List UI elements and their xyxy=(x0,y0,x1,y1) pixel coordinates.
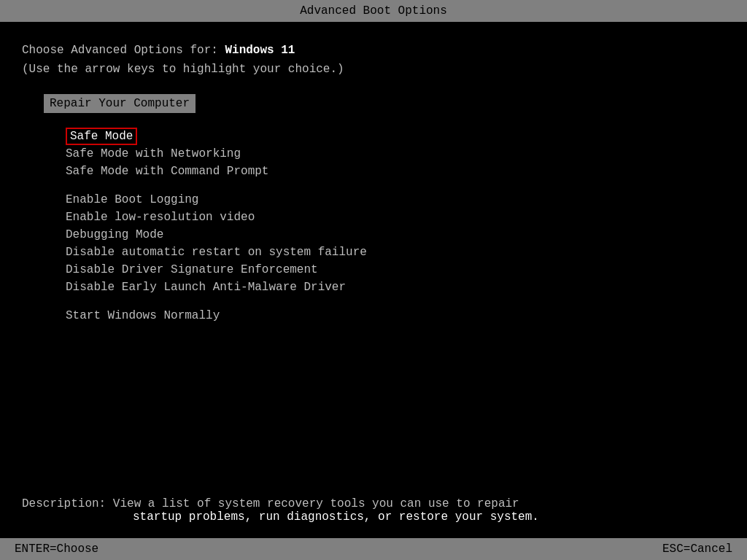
safe-mode-group: Safe Mode Safe Mode with Networking Safe… xyxy=(66,128,725,180)
os-name: Windows 11 xyxy=(225,44,295,57)
enable-low-resolution-item[interactable]: Enable low-resolution video xyxy=(66,209,725,226)
safe-mode-cmd-item[interactable]: Safe Mode with Command Prompt xyxy=(66,163,725,180)
disable-auto-restart-item[interactable]: Disable automatic restart on system fail… xyxy=(66,244,725,261)
title-bar: Advanced Boot Options xyxy=(0,0,747,22)
title-text: Advanced Boot Options xyxy=(300,4,447,18)
esc-cancel-label: ESC=Cancel xyxy=(662,542,732,556)
menu-items: Safe Mode Safe Mode with Networking Safe… xyxy=(66,128,725,324)
description-section: Description: View a list of system recov… xyxy=(22,497,725,524)
description-line2: startup problems, run diagnostics, or re… xyxy=(133,510,725,524)
description-label: Description: xyxy=(22,497,113,510)
enable-boot-logging-item[interactable]: Enable Boot Logging xyxy=(66,191,725,209)
start-normally-group: Start Windows Normally xyxy=(66,307,725,324)
main-content: Choose Advanced Options for: Windows 11 … xyxy=(0,22,747,324)
enter-choose-label: ENTER=Choose xyxy=(15,542,98,556)
description-line1: View a list of system recovery tools you… xyxy=(113,497,519,510)
bottom-bar: ENTER=Choose ESC=Cancel xyxy=(0,538,747,560)
choose-text: Choose Advanced Options for: Windows 11 xyxy=(22,44,725,57)
safe-mode-networking-item[interactable]: Safe Mode with Networking xyxy=(66,145,725,163)
boot-options-group: Enable Boot Logging Enable low-resolutio… xyxy=(66,191,725,296)
debugging-mode-item[interactable]: Debugging Mode xyxy=(66,226,725,244)
disable-elam-item[interactable]: Disable Early Launch Anti-Malware Driver xyxy=(66,279,725,296)
start-windows-normally-item[interactable]: Start Windows Normally xyxy=(66,307,725,324)
repair-your-computer-item[interactable]: Repair Your Computer xyxy=(44,94,196,113)
choose-prefix: Choose Advanced Options for: xyxy=(22,44,225,57)
disable-driver-sig-item[interactable]: Disable Driver Signature Enforcement xyxy=(66,261,725,279)
arrow-keys-text: (Use the arrow keys to highlight your ch… xyxy=(22,63,725,76)
safe-mode-item[interactable]: Safe Mode xyxy=(66,128,137,145)
